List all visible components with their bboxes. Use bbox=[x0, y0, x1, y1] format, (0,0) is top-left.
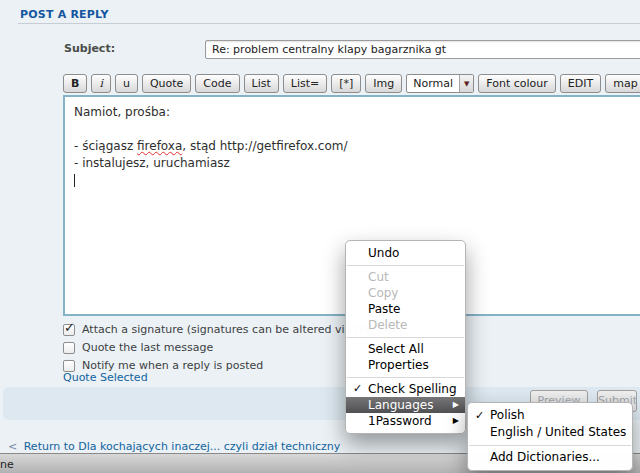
font-colour-button[interactable]: Font colour bbox=[478, 74, 556, 93]
list-ordered-button[interactable]: List= bbox=[283, 74, 327, 93]
font-size-select-value: Normal bbox=[407, 77, 459, 90]
menu-item-paste[interactable]: Paste bbox=[346, 301, 465, 317]
submenu-item-polish[interactable]: ✓Polish bbox=[468, 407, 632, 424]
checkmark-icon: ✓ bbox=[64, 320, 75, 335]
subject-label: Subject: bbox=[64, 42, 115, 55]
underline-button[interactable]: u bbox=[115, 74, 138, 93]
editor-line bbox=[74, 172, 637, 189]
option-label: Quote the last message bbox=[82, 341, 213, 354]
menu-item-languages[interactable]: Languages▶ bbox=[346, 397, 465, 413]
bbcode-toolbar: B i u Quote Code List List= [*] Img Norm… bbox=[63, 74, 640, 93]
notify-reply-checkbox[interactable]: ✓ bbox=[63, 360, 75, 372]
editor-line: Namiot, prośba: bbox=[74, 104, 637, 121]
return-row: < Return to Dla kochających inaczej... c… bbox=[8, 440, 340, 453]
editor-line: - ściągasz firefoxa, stąd http://getfire… bbox=[74, 138, 637, 155]
menu-item-copy: Copy bbox=[346, 285, 465, 301]
subject-input[interactable] bbox=[205, 40, 640, 59]
checkmark-icon: ✓ bbox=[353, 381, 362, 397]
header-divider bbox=[18, 23, 640, 24]
chevron-down-icon: ▼ bbox=[459, 75, 473, 92]
context-menu: Undo Cut Copy Paste Delete Select All Pr… bbox=[345, 240, 466, 434]
back-arrow-icon: < bbox=[8, 440, 17, 453]
menu-separator bbox=[347, 265, 464, 266]
menu-item-cut: Cut bbox=[346, 269, 465, 285]
checkmark-icon: ✓ bbox=[475, 407, 484, 424]
menu-item-check-spelling[interactable]: ✓Check Spelling bbox=[346, 381, 465, 397]
editor-line bbox=[74, 121, 637, 138]
img-button[interactable]: Img bbox=[365, 74, 402, 93]
menu-separator bbox=[347, 337, 464, 338]
list-item-button[interactable]: [*] bbox=[331, 74, 361, 93]
submenu-item-english-us[interactable]: English / United States bbox=[468, 424, 632, 441]
return-to-forum-link[interactable]: Return to Dla kochających inaczej... czy… bbox=[24, 440, 341, 453]
menu-item-delete: Delete bbox=[346, 317, 465, 333]
menu-separator bbox=[469, 445, 631, 446]
submenu-item-add-dictionaries[interactable]: Add Dictionaries... bbox=[468, 449, 632, 466]
edit-button[interactable]: EDIT bbox=[560, 74, 601, 93]
italic-button[interactable]: i bbox=[91, 74, 111, 93]
code-button[interactable]: Code bbox=[195, 74, 239, 93]
quote-selected-link[interactable]: Quote Selected bbox=[63, 371, 148, 384]
menu-separator bbox=[347, 377, 464, 378]
attach-signature-checkbox[interactable]: ✓ bbox=[63, 324, 75, 336]
list-button[interactable]: List bbox=[244, 74, 279, 93]
languages-submenu: ✓Polish English / United States Add Dict… bbox=[467, 402, 633, 471]
text-cursor bbox=[74, 174, 75, 187]
misspelled-word: firefoxa bbox=[137, 139, 182, 153]
menu-item-1password[interactable]: 1Password▶ bbox=[346, 413, 465, 429]
font-size-select[interactable]: Normal ▼ bbox=[406, 74, 474, 93]
menu-item-undo[interactable]: Undo bbox=[346, 245, 465, 261]
editor-line: - instalujesz, uruchamiasz bbox=[74, 155, 637, 172]
bold-button[interactable]: B bbox=[63, 74, 87, 93]
quote-button[interactable]: Quote bbox=[142, 74, 191, 93]
status-text: ne bbox=[0, 458, 14, 471]
post-reply-page: POST A REPLY Subject: B i u Quote Code L… bbox=[0, 0, 640, 473]
menu-item-properties[interactable]: Properties bbox=[346, 357, 465, 373]
menu-item-select-all[interactable]: Select All bbox=[346, 341, 465, 357]
quote-last-message-checkbox[interactable]: ✓ bbox=[63, 342, 75, 354]
submenu-arrow-icon: ▶ bbox=[453, 397, 459, 413]
submenu-arrow-icon: ▶ bbox=[453, 413, 459, 429]
map-button[interactable]: map bbox=[605, 74, 640, 93]
page-title: POST A REPLY bbox=[20, 8, 109, 21]
